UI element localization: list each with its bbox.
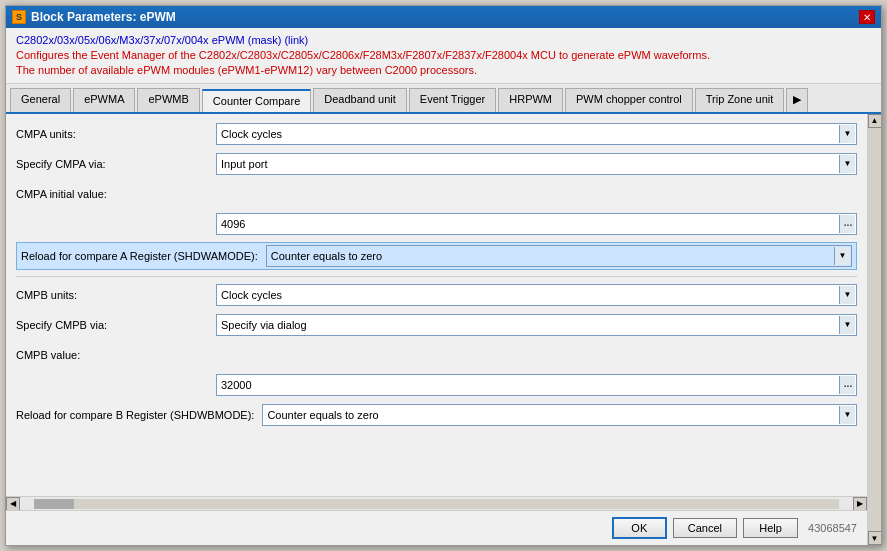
- cmpa-units-row: CMPA units: Clock cycles ▼: [16, 122, 857, 146]
- cmpa-initial-input-row: ···: [16, 212, 857, 236]
- reload-cmpa-select[interactable]: Counter equals to zero: [266, 245, 852, 267]
- page-number: 43068547: [808, 522, 857, 534]
- cmpa-units-wrapper: Clock cycles ▼: [216, 123, 857, 145]
- scroll-thumb[interactable]: [34, 499, 74, 509]
- specify-cmpa-label: Specify CMPA via:: [16, 158, 216, 170]
- specify-cmpb-select[interactable]: Specify via dialog: [216, 314, 857, 336]
- scroll-left-button[interactable]: ◀: [6, 497, 20, 511]
- form-area: CMPA units: Clock cycles ▼ Specify CMPA …: [6, 114, 867, 496]
- title-bar-left: S Block Parameters: ePWM: [12, 10, 176, 24]
- cmpb-units-row: CMPB units: Clock cycles ▼: [16, 283, 857, 307]
- info-description: Configures the Event Manager of the C280…: [16, 48, 871, 79]
- cmpa-initial-input-wrapper: ···: [216, 213, 857, 235]
- tab-trip-zone[interactable]: Trip Zone unit: [695, 88, 784, 112]
- help-button[interactable]: Help: [743, 518, 798, 538]
- reload-cmpa-wrapper: Counter equals to zero ▼: [266, 245, 852, 267]
- specify-cmpb-label: Specify CMPB via:: [16, 319, 216, 331]
- specify-cmpa-row: Specify CMPA via: Input port ▼: [16, 152, 857, 176]
- specify-cmpb-wrapper: Specify via dialog ▼: [216, 314, 857, 336]
- ok-button[interactable]: OK: [612, 517, 667, 539]
- tabs-bar: General ePWMA ePWMB Counter Compare Dead…: [6, 84, 881, 114]
- reload-cmpa-label: Reload for compare A Register (SHDWAMODE…: [21, 250, 266, 262]
- reload-cmpa-row: Reload for compare A Register (SHDWAMODE…: [16, 242, 857, 270]
- reload-cmpb-wrapper: Counter equals to zero ▼: [262, 404, 857, 426]
- cmpb-units-label: CMPB units:: [16, 289, 216, 301]
- reload-cmpb-row: Reload for compare B Register (SHDWBMODE…: [16, 403, 857, 427]
- bottom-bar: OK Cancel Help 43068547: [6, 510, 867, 545]
- horizontal-scrollbar: ◀ ▶: [6, 496, 867, 510]
- cmpa-units-select[interactable]: Clock cycles: [216, 123, 857, 145]
- tab-hrpwm[interactable]: HRPWM: [498, 88, 563, 112]
- cmpb-value-label: CMPB value:: [16, 349, 216, 361]
- cmpa-initial-input[interactable]: [216, 213, 857, 235]
- cmpb-value-input-wrapper: ···: [216, 374, 857, 396]
- tab-general[interactable]: General: [10, 88, 71, 112]
- cmpa-initial-label: CMPA initial value:: [16, 188, 216, 200]
- scroll-down-button[interactable]: ▼: [868, 531, 882, 545]
- window-icon: S: [12, 10, 26, 24]
- scroll-up-button[interactable]: ▲: [868, 114, 882, 128]
- tab-event-trigger[interactable]: Event Trigger: [409, 88, 496, 112]
- main-window: S Block Parameters: ePWM ✕ C2802x/03x/05…: [5, 5, 882, 546]
- tab-counter-compare[interactable]: Counter Compare: [202, 89, 311, 113]
- section-divider: [16, 276, 857, 277]
- specify-cmpb-row: Specify CMPB via: Specify via dialog ▼: [16, 313, 857, 337]
- scroll-track: [34, 499, 839, 509]
- cmpb-value-input-row: ···: [16, 373, 857, 397]
- reload-cmpb-label: Reload for compare B Register (SHDWBMODE…: [16, 409, 262, 421]
- cmpa-initial-label-row: CMPA initial value:: [16, 182, 857, 206]
- cancel-button[interactable]: Cancel: [673, 518, 737, 538]
- cmpb-units-wrapper: Clock cycles ▼: [216, 284, 857, 306]
- tab-deadband-unit[interactable]: Deadband unit: [313, 88, 407, 112]
- scroll-right-button[interactable]: ▶: [853, 497, 867, 511]
- info-area: C2802x/03x/05x/06x/M3x/37x/07x/004x ePWM…: [6, 28, 881, 84]
- vertical-scrollbar: ▲ ▼: [867, 114, 881, 545]
- title-bar: S Block Parameters: ePWM ✕: [6, 6, 881, 28]
- info-link[interactable]: C2802x/03x/05x/06x/M3x/37x/07x/004x ePWM…: [16, 34, 871, 46]
- reload-cmpb-select[interactable]: Counter equals to zero: [262, 404, 857, 426]
- cmpb-units-select[interactable]: Clock cycles: [216, 284, 857, 306]
- tab-more-button[interactable]: ▶: [786, 88, 808, 112]
- cmpb-value-label-row: CMPB value:: [16, 343, 857, 367]
- tab-epwma[interactable]: ePWMA: [73, 88, 135, 112]
- cmpb-value-input[interactable]: [216, 374, 857, 396]
- main-area: CMPA units: Clock cycles ▼ Specify CMPA …: [6, 114, 881, 545]
- scroll-vertical-track: [868, 128, 881, 531]
- window-title: Block Parameters: ePWM: [31, 10, 176, 24]
- specify-cmpa-wrapper: Input port ▼: [216, 153, 857, 175]
- main-content: CMPA units: Clock cycles ▼ Specify CMPA …: [6, 114, 867, 545]
- cmpa-units-label: CMPA units:: [16, 128, 216, 140]
- tab-epwmb[interactable]: ePWMB: [137, 88, 199, 112]
- tab-pwm-chopper[interactable]: PWM chopper control: [565, 88, 693, 112]
- specify-cmpa-select[interactable]: Input port: [216, 153, 857, 175]
- close-button[interactable]: ✕: [859, 10, 875, 24]
